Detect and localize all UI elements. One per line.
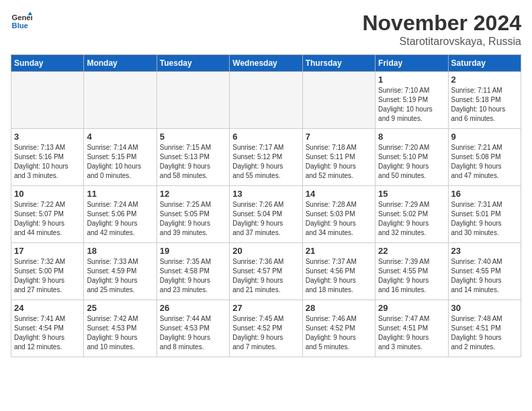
weekday-header-cell: Tuesday (157, 55, 229, 72)
calendar-day-cell: 24Sunrise: 7:41 AM Sunset: 4:54 PM Dayli… (11, 300, 84, 357)
day-number: 29 (378, 303, 445, 313)
calendar-day-cell: 1Sunrise: 7:10 AM Sunset: 5:19 PM Daylig… (375, 72, 448, 129)
weekday-header-cell: Thursday (302, 55, 375, 72)
title-area: November 2024 Starotitarovskaya, Russia (362, 11, 521, 48)
day-number: 11 (87, 189, 153, 199)
day-number: 26 (160, 303, 226, 313)
day-number: 4 (87, 132, 153, 142)
calendar-day-cell: 12Sunrise: 7:25 AM Sunset: 5:05 PM Dayli… (157, 186, 229, 243)
day-info: Sunrise: 7:21 AM Sunset: 5:08 PM Dayligh… (451, 143, 518, 181)
day-info: Sunrise: 7:25 AM Sunset: 5:05 PM Dayligh… (160, 200, 226, 238)
calendar-day-cell: 18Sunrise: 7:33 AM Sunset: 4:59 PM Dayli… (84, 243, 157, 300)
weekday-header-cell: Wednesday (230, 55, 302, 72)
day-number: 22 (378, 246, 445, 256)
day-number: 19 (160, 246, 226, 256)
day-info: Sunrise: 7:37 AM Sunset: 4:56 PM Dayligh… (306, 257, 372, 295)
day-info: Sunrise: 7:47 AM Sunset: 4:51 PM Dayligh… (378, 314, 445, 352)
calendar-day-cell: 3Sunrise: 7:13 AM Sunset: 5:16 PM Daylig… (11, 129, 84, 186)
day-number: 27 (232, 303, 299, 313)
calendar-day-cell: 16Sunrise: 7:31 AM Sunset: 5:01 PM Dayli… (448, 186, 521, 243)
calendar-day-cell: 21Sunrise: 7:37 AM Sunset: 4:56 PM Dayli… (302, 243, 375, 300)
day-number: 1 (378, 75, 445, 85)
day-number: 9 (451, 132, 518, 142)
day-info: Sunrise: 7:48 AM Sunset: 4:51 PM Dayligh… (451, 314, 518, 352)
day-number: 28 (306, 303, 372, 313)
day-info: Sunrise: 7:31 AM Sunset: 5:01 PM Dayligh… (451, 200, 518, 238)
day-info: Sunrise: 7:44 AM Sunset: 4:53 PM Dayligh… (160, 314, 226, 352)
day-info: Sunrise: 7:14 AM Sunset: 5:15 PM Dayligh… (87, 143, 153, 181)
day-info: Sunrise: 7:13 AM Sunset: 5:16 PM Dayligh… (14, 143, 81, 181)
day-number: 20 (232, 246, 299, 256)
day-number: 3 (14, 132, 81, 142)
calendar-day-cell (230, 72, 302, 129)
calendar-day-cell: 23Sunrise: 7:40 AM Sunset: 4:55 PM Dayli… (448, 243, 521, 300)
day-info: Sunrise: 7:24 AM Sunset: 5:06 PM Dayligh… (87, 200, 153, 238)
calendar-day-cell (157, 72, 229, 129)
day-info: Sunrise: 7:28 AM Sunset: 5:03 PM Dayligh… (306, 200, 372, 238)
calendar-day-cell: 29Sunrise: 7:47 AM Sunset: 4:51 PM Dayli… (375, 300, 448, 357)
calendar-day-cell (302, 72, 375, 129)
calendar-week-row: 17Sunrise: 7:32 AM Sunset: 5:00 PM Dayli… (11, 243, 521, 300)
day-info: Sunrise: 7:39 AM Sunset: 4:55 PM Dayligh… (378, 257, 445, 295)
calendar-day-cell: 30Sunrise: 7:48 AM Sunset: 4:51 PM Dayli… (448, 300, 521, 357)
month-title: November 2024 (362, 11, 521, 36)
svg-text:Blue: Blue (12, 21, 28, 30)
calendar-day-cell: 14Sunrise: 7:28 AM Sunset: 5:03 PM Dayli… (302, 186, 375, 243)
calendar-week-row: 3Sunrise: 7:13 AM Sunset: 5:16 PM Daylig… (11, 129, 521, 186)
day-info: Sunrise: 7:42 AM Sunset: 4:53 PM Dayligh… (87, 314, 153, 352)
calendar-week-row: 24Sunrise: 7:41 AM Sunset: 4:54 PM Dayli… (11, 300, 521, 357)
day-info: Sunrise: 7:17 AM Sunset: 5:12 PM Dayligh… (232, 143, 299, 181)
calendar-day-cell: 28Sunrise: 7:46 AM Sunset: 4:52 PM Dayli… (302, 300, 375, 357)
day-number: 18 (87, 246, 153, 256)
day-number: 24 (14, 303, 81, 313)
weekday-header-cell: Friday (375, 55, 448, 72)
weekday-header-cell: Saturday (448, 55, 521, 72)
day-number: 21 (306, 246, 372, 256)
day-number: 12 (160, 189, 226, 199)
calendar-day-cell: 13Sunrise: 7:26 AM Sunset: 5:04 PM Dayli… (230, 186, 302, 243)
day-info: Sunrise: 7:41 AM Sunset: 4:54 PM Dayligh… (14, 314, 81, 352)
day-info: Sunrise: 7:35 AM Sunset: 4:58 PM Dayligh… (160, 257, 226, 295)
day-number: 8 (378, 132, 445, 142)
calendar-day-cell: 20Sunrise: 7:36 AM Sunset: 4:57 PM Dayli… (230, 243, 302, 300)
calendar-day-cell: 22Sunrise: 7:39 AM Sunset: 4:55 PM Dayli… (375, 243, 448, 300)
calendar-day-cell: 4Sunrise: 7:14 AM Sunset: 5:15 PM Daylig… (84, 129, 157, 186)
calendar-week-row: 1Sunrise: 7:10 AM Sunset: 5:19 PM Daylig… (11, 72, 521, 129)
calendar-week-row: 10Sunrise: 7:22 AM Sunset: 5:07 PM Dayli… (11, 186, 521, 243)
day-info: Sunrise: 7:29 AM Sunset: 5:02 PM Dayligh… (378, 200, 445, 238)
day-info: Sunrise: 7:36 AM Sunset: 4:57 PM Dayligh… (232, 257, 299, 295)
calendar-day-cell: 26Sunrise: 7:44 AM Sunset: 4:53 PM Dayli… (157, 300, 229, 357)
calendar-day-cell: 25Sunrise: 7:42 AM Sunset: 4:53 PM Dayli… (84, 300, 157, 357)
day-info: Sunrise: 7:26 AM Sunset: 5:04 PM Dayligh… (232, 200, 299, 238)
day-number: 14 (306, 189, 372, 199)
calendar-day-cell: 15Sunrise: 7:29 AM Sunset: 5:02 PM Dayli… (375, 186, 448, 243)
logo-icon: General Blue (11, 11, 32, 32)
calendar-body: 1Sunrise: 7:10 AM Sunset: 5:19 PM Daylig… (11, 72, 521, 357)
day-number: 23 (451, 246, 518, 256)
day-info: Sunrise: 7:45 AM Sunset: 4:52 PM Dayligh… (232, 314, 299, 352)
day-number: 5 (160, 132, 226, 142)
calendar-day-cell: 17Sunrise: 7:32 AM Sunset: 5:00 PM Dayli… (11, 243, 84, 300)
day-info: Sunrise: 7:10 AM Sunset: 5:19 PM Dayligh… (378, 86, 445, 124)
day-number: 13 (232, 189, 299, 199)
day-info: Sunrise: 7:20 AM Sunset: 5:10 PM Dayligh… (378, 143, 445, 181)
day-info: Sunrise: 7:33 AM Sunset: 4:59 PM Dayligh… (87, 257, 153, 295)
day-info: Sunrise: 7:32 AM Sunset: 5:00 PM Dayligh… (14, 257, 81, 295)
calendar-day-cell: 7Sunrise: 7:18 AM Sunset: 5:11 PM Daylig… (302, 129, 375, 186)
calendar-day-cell: 10Sunrise: 7:22 AM Sunset: 5:07 PM Dayli… (11, 186, 84, 243)
calendar-day-cell: 11Sunrise: 7:24 AM Sunset: 5:06 PM Dayli… (84, 186, 157, 243)
calendar-day-cell (11, 72, 84, 129)
day-number: 2 (451, 75, 518, 85)
weekday-header-cell: Monday (84, 55, 157, 72)
day-number: 16 (451, 189, 518, 199)
calendar-table: SundayMondayTuesdayWednesdayThursdayFrid… (11, 54, 521, 357)
header: General Blue November 2024 Starotitarovs… (11, 11, 521, 48)
calendar-day-cell: 27Sunrise: 7:45 AM Sunset: 4:52 PM Dayli… (230, 300, 302, 357)
calendar-day-cell (84, 72, 157, 129)
day-info: Sunrise: 7:15 AM Sunset: 5:13 PM Dayligh… (160, 143, 226, 181)
calendar-day-cell: 5Sunrise: 7:15 AM Sunset: 5:13 PM Daylig… (157, 129, 229, 186)
day-number: 25 (87, 303, 153, 313)
day-number: 6 (232, 132, 299, 142)
day-number: 17 (14, 246, 81, 256)
location-title: Starotitarovskaya, Russia (362, 36, 521, 48)
